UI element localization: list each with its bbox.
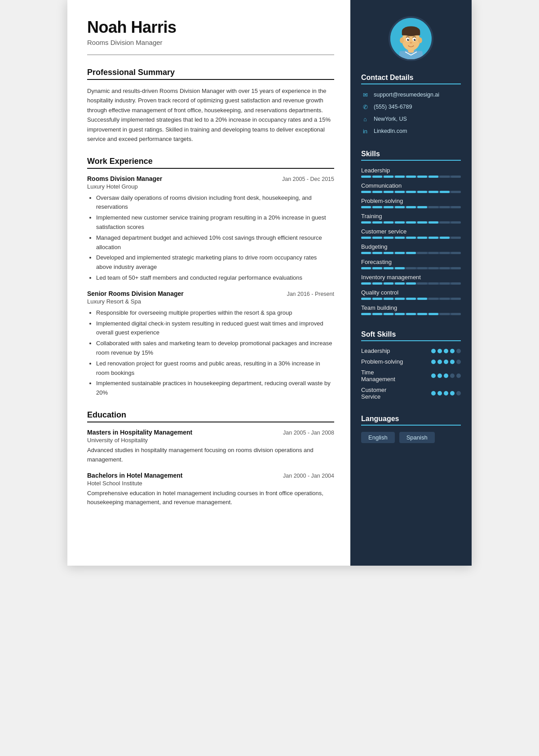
dot: [431, 349, 436, 353]
work-experience-section: Work Experience Rooms Division Manager J…: [87, 157, 334, 398]
skill-segment: [372, 282, 382, 285]
summary-section: Professional Summary Dynamic and results…: [87, 68, 334, 144]
contact-phone-item: ✆ (555) 345-6789: [361, 103, 461, 111]
skill-segment: [406, 176, 416, 178]
dot: [444, 349, 448, 353]
soft-skill-dots: [431, 360, 461, 364]
skill-segment: [440, 282, 450, 285]
skill-segment: [451, 221, 461, 224]
languages-section: Languages EnglishSpanish: [361, 415, 461, 443]
email-icon: ✉: [361, 91, 369, 99]
dot: [431, 374, 436, 378]
skill-segment: [372, 298, 382, 300]
resume-container: Noah Harris Rooms Division Manager Profe…: [67, 0, 472, 566]
skill-segment: [440, 267, 450, 269]
skill-segment: [429, 252, 438, 254]
contact-linkedin: LinkedIn.com: [374, 128, 407, 134]
work-experience-title: Work Experience: [87, 157, 334, 169]
contact-section: Contact Details ✉ support@resumedesign.a…: [361, 74, 461, 139]
soft-skill-label: Problem-solving: [361, 358, 403, 365]
skill-segment: [361, 267, 371, 269]
soft-skills-list: LeadershipProblem-solvingTime Management…: [361, 347, 461, 400]
bullet-item: Responsible for overseeing multiple prop…: [96, 308, 334, 318]
skill-segment: [361, 252, 371, 254]
soft-skill-item: Leadership: [361, 347, 461, 354]
skill-label: Team building: [361, 304, 461, 311]
skill-segment: [395, 313, 405, 315]
bullet-item: Implemented sustainable practices in hou…: [96, 379, 334, 398]
skill-segment: [384, 298, 393, 300]
soft-skills-title: Soft Skills: [361, 330, 461, 341]
soft-skills-section: Soft Skills LeadershipProblem-solvingTim…: [361, 330, 461, 404]
skill-segment: [395, 237, 405, 239]
skill-label: Problem-solving: [361, 198, 461, 204]
skill-segment: [440, 221, 450, 224]
skill-segment: [361, 206, 371, 208]
skill-segment: [372, 206, 382, 208]
soft-skill-label: Time Management: [361, 369, 395, 382]
skill-segment: [440, 252, 450, 254]
skill-segment: [440, 191, 450, 193]
svg-point-8: [418, 37, 422, 43]
skill-segment: [395, 252, 405, 254]
skill-segment: [451, 206, 461, 208]
edu-2: Bachelors in Hotel Management Jan 2000 -…: [87, 472, 334, 508]
skill-segment: [417, 282, 427, 285]
location-icon: ⌂: [361, 115, 369, 123]
skill-bar: [361, 237, 461, 239]
skill-segment: [395, 298, 405, 300]
language-tag: English: [361, 432, 395, 443]
svg-point-15: [410, 42, 412, 44]
svg-point-11: [407, 39, 409, 41]
skill-segment: [384, 282, 393, 285]
soft-skill-item: Customer Service: [361, 387, 461, 400]
skill-bar: [361, 206, 461, 208]
skill-segment: [429, 176, 438, 178]
skills-list: LeadershipCommunicationProblem-solvingTr…: [361, 167, 461, 315]
candidate-job-title: Rooms Division Manager: [87, 39, 334, 46]
skill-bar: [361, 267, 461, 269]
dot: [444, 374, 448, 378]
skill-segment: [429, 267, 438, 269]
skill-bar: [361, 221, 461, 224]
skill-item: Training: [361, 213, 461, 224]
skill-item: Forecasting: [361, 259, 461, 269]
skill-segment: [429, 313, 438, 315]
soft-skill-dots: [431, 391, 461, 396]
skill-segment: [384, 176, 393, 178]
right-column: Contact Details ✉ support@resumedesign.a…: [350, 0, 472, 566]
bullet-item: Implemented new customer service trainin…: [96, 213, 334, 232]
skill-segment: [406, 191, 416, 193]
skill-item: Quality control: [361, 289, 461, 300]
soft-skill-dots: [431, 349, 461, 353]
skill-segment: [429, 191, 438, 193]
soft-skill-item: Time Management: [361, 369, 461, 382]
skill-segment: [429, 206, 438, 208]
dot: [456, 374, 461, 378]
skill-segment: [440, 298, 450, 300]
skill-segment: [417, 313, 427, 315]
skill-label: Budgeting: [361, 243, 461, 250]
skill-segment: [406, 298, 416, 300]
skill-segment: [395, 176, 405, 178]
skill-bar: [361, 313, 461, 315]
skill-segment: [451, 313, 461, 315]
soft-skill-dots: [431, 374, 461, 378]
skill-segment: [361, 191, 371, 193]
skill-segment: [384, 252, 393, 254]
skill-segment: [451, 176, 461, 178]
job-2: Senior Rooms Division Manager Jan 2016 -…: [87, 290, 334, 398]
skill-segment: [429, 298, 438, 300]
edu-1: Masters in Hospitality Management Jan 20…: [87, 429, 334, 465]
contact-linkedin-item: in LinkedIn.com: [361, 127, 461, 135]
skill-segment: [417, 237, 427, 239]
skill-segment: [372, 267, 382, 269]
skill-segment: [361, 221, 371, 224]
summary-title: Professional Summary: [87, 68, 334, 80]
edu-1-dates: Jan 2005 - Jan 2008: [283, 430, 334, 436]
skill-label: Training: [361, 213, 461, 220]
edu-2-header: Bachelors in Hotel Management Jan 2000 -…: [87, 472, 334, 479]
dot: [450, 391, 455, 396]
job-1-company: Luxury Hotel Group: [87, 183, 334, 190]
skill-segment: [406, 221, 416, 224]
